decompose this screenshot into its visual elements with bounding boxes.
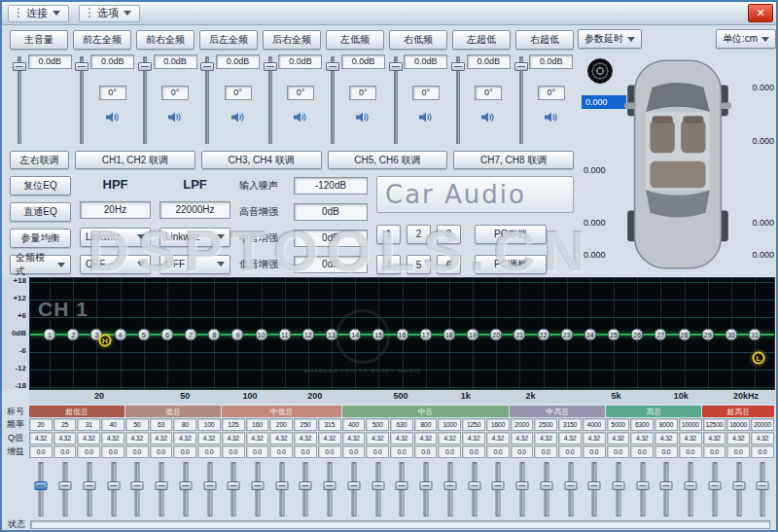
band-fader-16[interactable]: [390, 460, 414, 520]
eq-band-marker-15[interactable]: 15: [372, 329, 385, 341]
band-fader-30[interactable]: [726, 460, 751, 520]
delay-value-right-3[interactable]: 0.000: [733, 250, 774, 260]
eq-band-marker-2[interactable]: 2: [67, 329, 80, 341]
bypass-eq-button[interactable]: 直通EQ: [10, 202, 71, 222]
speaker-icon[interactable]: [106, 112, 120, 123]
eq-band-marker-30[interactable]: 30: [725, 329, 737, 341]
lpf-marker[interactable]: L: [753, 352, 765, 365]
band-fader-1[interactable]: [29, 460, 53, 520]
eq-band-marker-23[interactable]: 23: [560, 329, 573, 341]
band-fader-11[interactable]: [269, 460, 294, 520]
fullrange-mode-dropdown[interactable]: 全频模式: [10, 255, 71, 274]
fader-thumb[interactable]: [107, 481, 120, 490]
parametric-eq-button[interactable]: 参量均衡: [10, 229, 71, 248]
band-fader-26[interactable]: [630, 460, 654, 520]
preset-button-5[interactable]: 5: [407, 255, 431, 274]
close-button[interactable]: ✕: [748, 4, 773, 22]
band-fader-24[interactable]: [583, 460, 607, 520]
slider-thumb[interactable]: [514, 62, 528, 71]
band-fader-21[interactable]: [511, 460, 535, 520]
speaker-icon[interactable]: [231, 112, 245, 123]
menu-options[interactable]: 选项: [79, 5, 140, 22]
band-fader-8[interactable]: [197, 460, 222, 520]
eq-band-marker-12[interactable]: 12: [301, 329, 314, 341]
fader-thumb[interactable]: [732, 481, 745, 490]
param-delay-dropdown[interactable]: 参数延时: [578, 29, 642, 49]
eq-band-marker-5[interactable]: 5: [137, 329, 150, 341]
slider-thumb[interactable]: [200, 62, 214, 71]
band-fader-22[interactable]: [534, 460, 558, 520]
speaker-icon[interactable]: [545, 112, 558, 123]
channel-gain-slider[interactable]: [12, 54, 27, 146]
pc-button-0[interactable]: PC存档: [475, 225, 547, 244]
link-button-2[interactable]: CH3, CH4 联调: [201, 151, 322, 169]
fader-thumb[interactable]: [685, 481, 697, 490]
eq-band-marker-13[interactable]: 13: [326, 329, 338, 341]
eq-band-marker-14[interactable]: 14: [349, 329, 362, 341]
lpf-frequency-value[interactable]: 22000Hz: [159, 201, 230, 219]
slider-thumb[interactable]: [264, 62, 277, 71]
fader-thumb[interactable]: [443, 481, 456, 490]
unit-dropdown[interactable]: 单位:cm: [716, 29, 776, 49]
channel-gain-slider[interactable]: [137, 54, 153, 146]
fader-thumb[interactable]: [83, 481, 95, 490]
bass-boost-value[interactable]: 0dB: [294, 256, 368, 273]
hpf-filter-dropdown[interactable]: Linkwitz: [80, 228, 151, 247]
delay-value-left-1[interactable]: 0.000: [584, 218, 624, 228]
fader-thumb[interactable]: [564, 481, 577, 490]
eq-band-marker-9[interactable]: 9: [231, 329, 244, 341]
hpf-marker[interactable]: H: [99, 335, 112, 347]
fader-thumb[interactable]: [660, 481, 673, 490]
fader-thumb[interactable]: [636, 481, 649, 490]
reset-eq-button[interactable]: 复位EQ: [10, 176, 71, 195]
delay-value-right-2[interactable]: 0.000: [733, 218, 774, 228]
slider-thumb[interactable]: [451, 62, 465, 71]
band-fader-13[interactable]: [318, 460, 342, 520]
eq-band-marker-17[interactable]: 17: [419, 329, 432, 341]
band-fader-31[interactable]: [751, 460, 775, 520]
eq-band-marker-20[interactable]: 20: [490, 329, 503, 341]
slider-thumb[interactable]: [13, 62, 26, 71]
fader-thumb[interactable]: [708, 481, 721, 490]
eq-band-marker-22[interactable]: 22: [537, 329, 549, 341]
channel-gain-slider[interactable]: [263, 54, 278, 146]
band-fader-2[interactable]: [53, 460, 78, 520]
band-fader-20[interactable]: [486, 460, 511, 520]
link-button-3[interactable]: CH5, CH6 联调: [328, 151, 448, 169]
preset-button-3[interactable]: 3: [437, 225, 461, 244]
speaker-icon[interactable]: [481, 112, 495, 123]
eq-band-marker-10[interactable]: 10: [255, 329, 267, 341]
fader-thumb[interactable]: [300, 481, 312, 490]
fader-thumb[interactable]: [251, 481, 264, 490]
eq-band-marker-1[interactable]: 1: [44, 329, 56, 341]
eq-band-marker-26[interactable]: 26: [631, 329, 644, 341]
speaker-icon[interactable]: [356, 112, 370, 123]
fader-thumb[interactable]: [516, 481, 529, 490]
speaker-icon-large[interactable]: [587, 58, 613, 84]
link-button-1[interactable]: CH1, CH2 联调: [75, 151, 195, 169]
band-fader-17[interactable]: [414, 460, 439, 520]
mid-boost-value[interactable]: 0dB: [294, 230, 368, 247]
band-fader-14[interactable]: [342, 460, 367, 520]
eq-band-marker-29[interactable]: 29: [701, 329, 714, 341]
band-fader-23[interactable]: [558, 460, 583, 520]
slider-thumb[interactable]: [389, 62, 403, 71]
slider-thumb[interactable]: [75, 62, 88, 71]
band-fader-7[interactable]: [173, 460, 197, 520]
fader-thumb[interactable]: [468, 481, 480, 490]
channel-button-3[interactable]: 后左全频: [199, 30, 258, 50]
input-noise-value[interactable]: -120dB: [294, 177, 368, 195]
channel-gain-slider[interactable]: [325, 54, 340, 146]
speaker-icon[interactable]: [294, 112, 307, 123]
eq-plot[interactable]: CH 1 ENABLES YOU TO ENJOY MUSIC 12345678…: [29, 277, 775, 390]
band-fader-25[interactable]: [607, 460, 631, 520]
band-fader-9[interactable]: [222, 460, 246, 520]
fader-thumb[interactable]: [203, 481, 216, 490]
fader-thumb[interactable]: [228, 481, 240, 490]
fader-thumb[interactable]: [179, 481, 192, 490]
fader-thumb[interactable]: [59, 481, 72, 490]
fader-thumb[interactable]: [420, 481, 433, 490]
band-fader-28[interactable]: [679, 460, 703, 520]
eq-band-marker-6[interactable]: 6: [160, 329, 173, 341]
preset-button-6[interactable]: 6: [437, 255, 461, 274]
